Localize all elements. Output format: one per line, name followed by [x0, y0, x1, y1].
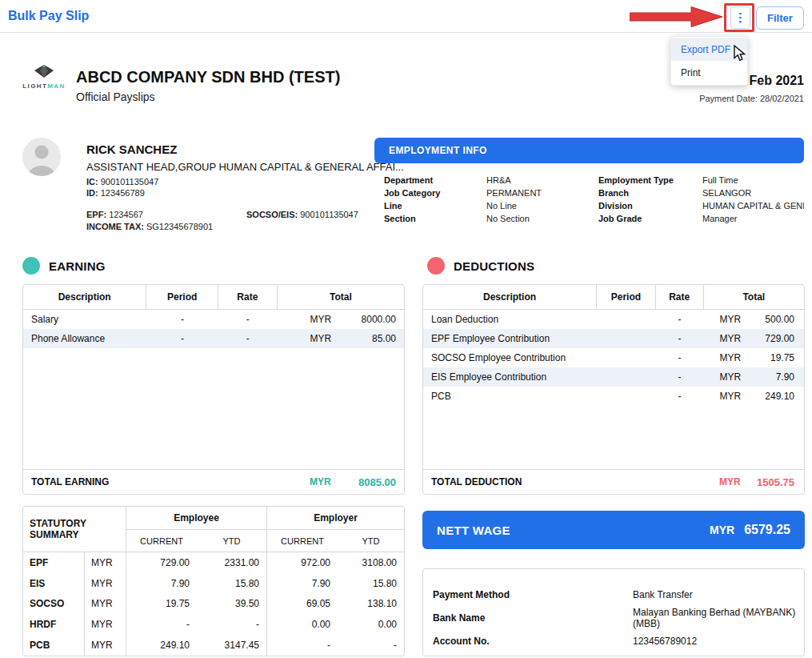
earning-table: Description Period Rate Total Salary - -… [22, 284, 405, 495]
cell-rate: - [656, 333, 704, 344]
stat-value: 15.80 [338, 573, 404, 594]
stat-value: - [126, 614, 197, 635]
stat-currency: MYR [85, 552, 126, 573]
pay-period: Feb 2021 [750, 74, 804, 88]
stat-row-label: HRDF [23, 614, 85, 635]
bulk-pay-slip-page: Bulk Pay Slip ⋮ Filter Export PDF Print … [0, 0, 812, 658]
cell-period: - [146, 314, 218, 325]
table-row: PCB - MYR249.10 [423, 387, 804, 406]
logo-text: LIGHTMAN [18, 82, 70, 90]
employee-epf: EPF: 1234567 [86, 210, 143, 219]
nett-wage-banner: NETT WAGE MYR 6579.25 [422, 511, 805, 549]
payment-row: Bank Name Malayan Banking Berhad (MAYBAN… [433, 606, 804, 629]
payment-row: Payment Method Bank Transfer [433, 583, 804, 606]
cell-total: MYR249.10 [703, 391, 804, 402]
cell-rate: - [218, 333, 278, 344]
cell-description: Loan Deduction [423, 314, 597, 325]
column-header: CURRENT [126, 530, 197, 552]
cell-description: SOCSO Employee Contribution [423, 352, 597, 363]
column-header: Description [423, 285, 597, 309]
field-label: Job Category [384, 188, 486, 199]
table-row: SOCSO Employee Contribution - MYR19.75 [423, 348, 804, 367]
cell-description: Phone Allowance [23, 333, 146, 344]
cell-rate: - [656, 352, 704, 363]
column-header: YTD [197, 530, 267, 552]
employment-info-left-column: Department HR&A Job Category PERMANENT L… [374, 175, 589, 224]
stat-value: - [197, 614, 267, 635]
stat-value: 3147.45 [197, 635, 267, 656]
stat-value: 0.00 [338, 614, 404, 635]
cell-rate: - [218, 314, 278, 325]
employer-group-header: Employer [267, 507, 404, 530]
filter-button-label: Filter [767, 12, 793, 24]
person-icon [22, 138, 61, 176]
cell-total: MYR729.00 [703, 333, 804, 344]
cell-total: MYR7.90 [703, 371, 804, 383]
field-value: HUMAN CAPITAL & GENE... [702, 201, 804, 211]
column-header: Description [23, 285, 146, 309]
field-label: Job Grade [598, 214, 702, 224]
company-name: ABCD COMPANY SDN BHD (TEST) [76, 68, 340, 86]
employee-socso: SOCSO/EIS: 900101135047 [246, 210, 358, 219]
filter-button[interactable]: Filter [756, 6, 804, 30]
cell-total: MYR500.00 [703, 314, 804, 325]
payment-info-box: Payment Method Bank Transfer Bank Name M… [422, 568, 805, 656]
stat-row-label: SOCSO [23, 594, 85, 615]
stat-currency: MYR [85, 614, 126, 635]
stat-value: 138.10 [338, 594, 404, 615]
stat-value: 249.10 [126, 635, 197, 656]
field-value: PERMANENT [486, 188, 589, 199]
payment-value: Bank Transfer [633, 589, 804, 600]
total-earning-amount: MYR8085.00 [277, 476, 404, 488]
cell-total: MYR85.00 [278, 333, 404, 344]
stat-value: 39.50 [197, 594, 267, 615]
field-value: No Section [486, 214, 589, 224]
cell-rate: - [656, 314, 704, 325]
earning-table-body: Salary - - MYR8000.00 Phone Allowance - … [23, 310, 404, 469]
kebab-icon: ⋮ [734, 10, 746, 25]
annotation-arrow-icon [630, 6, 724, 28]
column-header: Rate [656, 285, 704, 309]
cell-description: EPF Employee Contribution [423, 333, 597, 344]
cell-total: MYR19.75 [703, 352, 804, 363]
column-header: CURRENT [267, 530, 338, 552]
payment-row: Account No. 123456789012 [433, 629, 804, 652]
earning-section-title: EARNING [49, 259, 106, 273]
stat-value: 3108.00 [338, 552, 404, 573]
stat-row-label: EPF [23, 552, 85, 573]
nett-wage-amount: MYR 6579.25 [710, 523, 790, 537]
company-subtitle: Official Payslips [76, 90, 155, 103]
employee-avatar [22, 138, 61, 176]
company-logo: LIGHTMAN [18, 64, 70, 90]
stat-value: 0.00 [267, 614, 338, 635]
table-row: Phone Allowance - - MYR85.00 [23, 329, 404, 348]
payment-label: Bank Name [433, 612, 633, 624]
field-value: Manager [702, 214, 804, 224]
employee-name: RICK SANCHEZ [86, 142, 177, 156]
stat-currency: MYR [85, 594, 126, 615]
table-row: EIS Employee Contribution - MYR7.90 [423, 367, 804, 387]
table-row: Loan Deduction - MYR500.00 [423, 310, 804, 329]
table-row: Salary - - MYR8000.00 [23, 310, 404, 329]
payment-label: Payment Method [433, 589, 633, 600]
cell-description: Salary [23, 314, 146, 325]
deductions-section-header: DEDUCTIONS [427, 257, 534, 275]
earning-section-header: EARNING [22, 257, 106, 275]
cell-description: PCB [423, 391, 597, 402]
cell-total: MYR8000.00 [278, 314, 404, 325]
field-value: Full Time [702, 175, 804, 186]
field-value: HR&A [486, 175, 589, 186]
nett-wage-label: NETT WAGE [437, 524, 510, 537]
employment-info-right-column: Employment Type Full Time Branch SELANGO… [589, 175, 804, 224]
stat-row-label: PCB [23, 635, 85, 656]
field-label: Branch [598, 188, 702, 199]
cell-description: EIS Employee Contribution [423, 371, 597, 383]
deductions-dot-icon [427, 257, 445, 275]
more-options-button[interactable]: ⋮ [730, 6, 750, 29]
stat-value: 19.75 [126, 594, 197, 615]
menu-item-print[interactable]: Print [671, 61, 747, 84]
total-deduction-label: TOTAL DEDUCTION [423, 476, 703, 487]
statutory-summary-title: STATUTORY SUMMARY [23, 507, 126, 552]
column-header: YTD [338, 530, 404, 552]
column-header: Period [146, 285, 218, 309]
